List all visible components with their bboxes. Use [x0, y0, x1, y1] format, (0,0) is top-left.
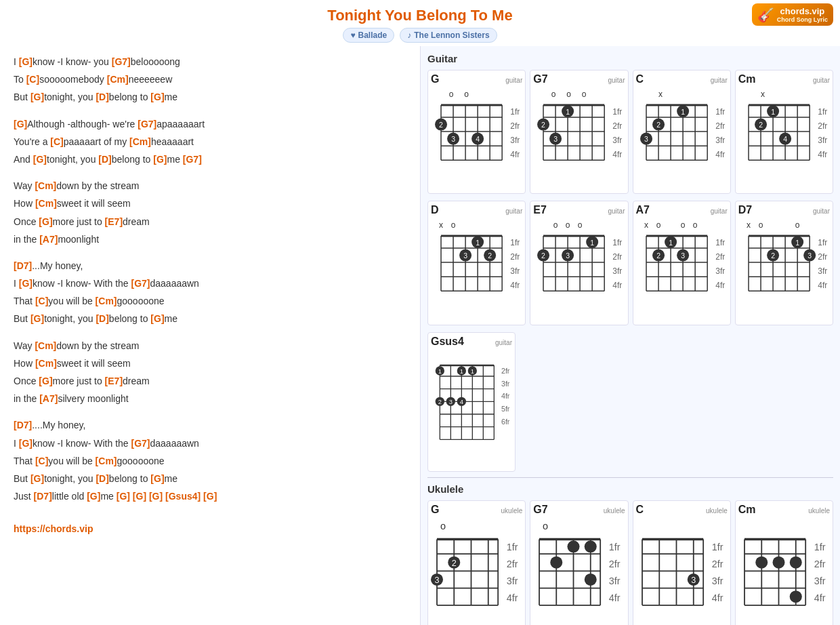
svg-text:o: o	[566, 220, 570, 230]
chord-Cm[interactable]: [Cm]	[96, 296, 117, 306]
chord-card-D7-guitar[interactable]: D7 guitar x o o	[735, 201, 833, 325]
chord-Cm[interactable]: [Cm]	[96, 456, 117, 466]
svg-text:1: 1	[460, 368, 463, 375]
chord-Cm[interactable]: [Cm]	[129, 136, 151, 147]
chord-D7[interactable]: [D7]	[14, 420, 32, 430]
chord-G[interactable]: [G]	[150, 473, 164, 484]
ukulele-row-1: G ukulele o 1fr 2fr 3f	[427, 500, 833, 625]
svg-point-285	[755, 557, 768, 569]
svg-text:1fr: 1fr	[814, 542, 826, 552]
chord-G[interactable]: [G]	[39, 376, 52, 386]
chord-G[interactable]: [G]	[19, 438, 33, 449]
chord-Cm[interactable]: [Cm]	[35, 340, 56, 351]
chord-A7[interactable]: [A7]	[39, 393, 58, 404]
svg-text:4fr: 4fr	[814, 592, 826, 603]
chord-G[interactable]: [G]	[30, 92, 44, 102]
svg-text:4fr: 4fr	[715, 281, 725, 290]
chord-card-C-ukulele[interactable]: C ukulele 1fr 2fr 3fr	[633, 500, 731, 625]
svg-text:3fr: 3fr	[612, 266, 622, 276]
svg-point-251	[568, 540, 580, 552]
chord-C[interactable]: [C]	[35, 456, 48, 466]
lyric-line: Way [Cm]down by the stream	[14, 178, 406, 195]
artist-label: The Lennon Sisters	[414, 31, 489, 40]
chord-card-Gsus4-guitar[interactable]: Gsus4 guitar 2fr	[427, 332, 516, 472]
chord-G7[interactable]: [G7]	[131, 438, 150, 449]
chords-panel: Guitar G guitar o o	[420, 46, 840, 625]
chord-G7[interactable]: [G7]	[131, 278, 150, 289]
chord-G[interactable]: [G]	[87, 491, 100, 502]
chord-card-C-guitar[interactable]: C guitar x 1fr 2fr	[633, 70, 731, 194]
chord-C[interactable]: [C]	[50, 136, 63, 147]
chord-Cm[interactable]: [Cm]	[35, 358, 57, 369]
chord-G[interactable]: [G]	[39, 216, 52, 227]
chord-A7[interactable]: [A7]	[39, 234, 58, 245]
chord-Gsus4[interactable]: [Gsus4]	[165, 491, 201, 502]
chord-diagram-Gsus4-guitar: 2fr 3fr 4fr 5fr 6fr 1 1 1 2 3	[431, 349, 512, 466]
svg-text:2: 2	[452, 559, 457, 568]
chord-card-E7-guitar[interactable]: E7 guitar o o o	[530, 201, 628, 325]
chord-card-G-ukulele[interactable]: G ukulele o 1fr 2fr 3f	[427, 500, 526, 625]
chord-G[interactable]: [G]	[30, 313, 44, 324]
chord-G[interactable]: [G]	[117, 491, 130, 502]
lyric-line: But [G]tonight, you [D]belong to [G]me	[14, 310, 406, 327]
chord-D[interactable]: [D]	[96, 313, 108, 324]
svg-text:4: 4	[460, 399, 463, 405]
chord-G[interactable]: [G]	[19, 278, 33, 289]
chord-E7[interactable]: [E7]	[105, 376, 123, 386]
chord-card-Cm-guitar[interactable]: Cm guitar x 1fr 2fr	[735, 70, 833, 194]
chord-card-G7-guitar[interactable]: G7 guitar o o o	[530, 70, 628, 194]
svg-text:4fr: 4fr	[818, 281, 827, 290]
chord-G[interactable]: [G]	[149, 491, 163, 502]
chord-C[interactable]: [C]	[35, 296, 48, 306]
chord-card-G-guitar[interactable]: G guitar o o	[427, 70, 526, 194]
chord-G[interactable]: [G]	[203, 491, 217, 502]
chord-D7[interactable]: [D7]	[34, 491, 52, 502]
lyrics-panel: I [G]know -I know- you [G7]belooooong To…	[0, 46, 420, 625]
svg-text:2fr: 2fr	[510, 252, 520, 262]
svg-text:o: o	[680, 220, 685, 230]
svg-text:2: 2	[439, 121, 443, 129]
svg-text:x: x	[439, 220, 443, 230]
chord-D[interactable]: [D]	[96, 473, 108, 484]
chord-name-A7: A7	[636, 204, 650, 216]
svg-text:1fr: 1fr	[507, 542, 518, 552]
chord-card-A7-guitar[interactable]: A7 guitar x o o o	[633, 201, 731, 325]
chord-G[interactable]: [G]	[19, 56, 33, 67]
chord-Cm[interactable]: [Cm]	[35, 180, 56, 191]
svg-text:3fr: 3fr	[715, 266, 725, 276]
chord-C[interactable]: [C]	[26, 74, 39, 85]
lyric-line: in the [A7]moonlight	[14, 231, 406, 248]
chord-G[interactable]: [G]	[150, 92, 164, 102]
genre-badge[interactable]: ♥ Ballade	[343, 28, 394, 43]
chord-D7[interactable]: [D7]	[14, 260, 32, 271]
chord-G[interactable]: [G]	[150, 313, 164, 324]
svg-text:o: o	[551, 89, 556, 99]
chord-G[interactable]: [G]	[30, 473, 44, 484]
chord-G7[interactable]: [G7]	[183, 154, 202, 165]
artist-badge[interactable]: ♪ The Lennon Sisters	[400, 28, 497, 43]
chord-Cm[interactable]: [Cm]	[107, 74, 129, 85]
chord-diagram-E7-guitar: o o o 1fr 2fr 3fr 4	[533, 218, 625, 319]
chord-G7[interactable]: [G7]	[138, 119, 156, 129]
chord-E7[interactable]: [E7]	[105, 216, 123, 227]
svg-text:4fr: 4fr	[507, 592, 518, 603]
svg-text:3: 3	[451, 135, 455, 143]
chord-G[interactable]: [G]	[153, 154, 167, 165]
chord-D[interactable]: [D]	[96, 92, 108, 102]
chord-G[interactable]: [G]	[14, 119, 27, 129]
lyric-line: I [G]know -I know- With the [G7]daaaaaaw…	[14, 275, 406, 292]
svg-text:1fr: 1fr	[711, 542, 723, 552]
svg-text:1: 1	[681, 108, 685, 116]
chord-G[interactable]: [G]	[33, 154, 47, 165]
chord-D[interactable]: [D]	[98, 154, 111, 165]
site-logo[interactable]: 🎸 chords.vip Chord Song Lyric	[752, 3, 833, 26]
chord-card-G7-ukulele[interactable]: G7 ukulele o 1fr 2fr 3	[530, 500, 628, 625]
chord-card-Cm-ukulele[interactable]: Cm ukulele 1fr 2fr 3fr	[735, 500, 833, 625]
chord-G[interactable]: [G]	[133, 491, 146, 502]
lyrics-url[interactable]: https://chords.vip	[14, 521, 406, 538]
chord-card-D-guitar[interactable]: D guitar x o 1fr	[427, 201, 526, 325]
chord-Cm[interactable]: [Cm]	[35, 198, 57, 209]
chord-type-ukulele: ukulele	[706, 507, 728, 515]
chord-G7[interactable]: [G7]	[112, 56, 131, 67]
svg-text:2: 2	[759, 121, 763, 129]
